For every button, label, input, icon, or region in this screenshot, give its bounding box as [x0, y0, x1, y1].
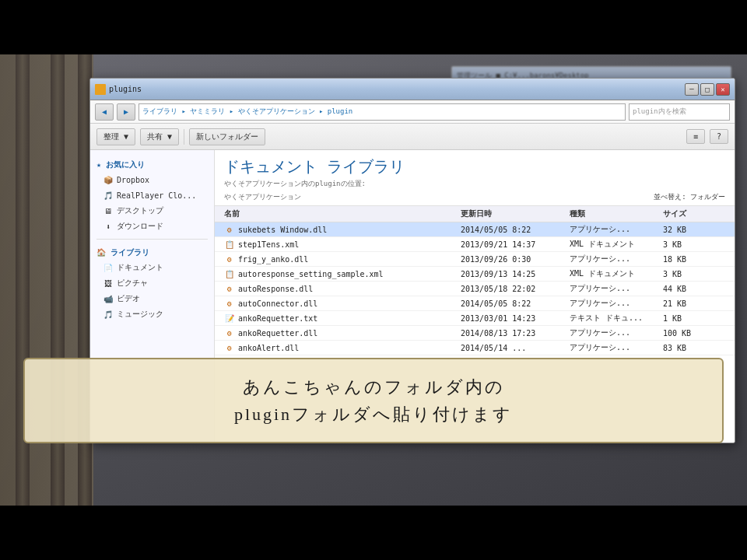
file-name-text: autoresponse_setting_sample.xml [238, 270, 384, 278]
sidebar-divider [96, 239, 208, 240]
close-button[interactable]: ✕ [716, 83, 730, 96]
file-name-text: autoConnector.dll [238, 299, 317, 308]
file-modified: 2014/05/05 8:22 [461, 299, 570, 308]
file-type-icon: ⚙ [224, 224, 235, 235]
sidebar-item-music[interactable]: 🎵 ミュージック [90, 306, 214, 322]
titlebar: plugins ─ □ ✕ [90, 79, 735, 100]
library-subtitle: やくそアプリケーション内のpluginの位置: [224, 179, 725, 189]
help-button[interactable]: ? [710, 129, 728, 144]
sidebar-item-pictures[interactable]: 🖼 ピクチャ [90, 275, 214, 291]
subtitle-overlay: あんこちゃんのフォルダ内の pluginフォルダへ貼り付けます [23, 358, 724, 443]
file-name-cell: ⚙ frig_y_anko.dll [224, 254, 461, 264]
sidebar-item-desktop[interactable]: 🖥 デスクトップ [90, 203, 214, 219]
minimize-button[interactable]: ─ [685, 83, 699, 96]
table-row[interactable]: ⚙ autoResponse.dll 2013/05/18 22:02 アプリケ… [215, 282, 735, 296]
file-size: 100 KB [663, 329, 725, 338]
file-size: 32 KB [663, 226, 725, 234]
file-type-icon: ⚙ [224, 254, 235, 264]
file-name-cell: 📋 step1Tens.xml [224, 239, 461, 250]
file-name-cell: ⚙ sukebets Window.dll [224, 224, 461, 235]
file-modified: 2013/03/01 14:23 [461, 314, 570, 323]
file-name-cell: ⚙ autoConnector.dll [224, 298, 461, 309]
search-field[interactable]: plugin内を検索 [629, 103, 730, 121]
col-modified[interactable]: 更新日時 [461, 208, 570, 219]
sidebar-item-documents-label: ドキュメント [117, 262, 163, 273]
realplayer-icon: 🎵 [103, 190, 114, 201]
sidebar-item-dropbox[interactable]: 📦 Dropbox [90, 172, 214, 187]
share-button[interactable]: 共有 ▼ [140, 128, 179, 145]
file-type: テキスト ドキュ... [570, 313, 663, 324]
table-row[interactable]: ⚙ frig_y_anko.dll 2013/09/26 0:30 アプリケーシ… [215, 252, 735, 267]
file-size: 1 KB [663, 314, 725, 323]
file-type-icon: 📋 [224, 268, 235, 279]
file-type-icon: ⚙ [224, 298, 235, 309]
toolbar: 整理 ▼ 共有 ▼ 新しいフォルダー ≡ ? [90, 124, 735, 150]
sidebar-item-desktop-label: デスクトップ [117, 205, 163, 216]
file-type: アプリケーシ... [570, 224, 663, 235]
subtitle-line1: あんこちゃんのフォルダ内の [243, 377, 505, 397]
view-button[interactable]: ≡ [686, 129, 705, 144]
file-modified: 2013/09/13 14:25 [461, 270, 570, 278]
file-type: XML ドキュメント [570, 268, 663, 279]
titlebar-buttons[interactable]: ─ □ ✕ [685, 83, 730, 96]
file-size: 21 KB [663, 299, 725, 308]
table-row[interactable]: 📝 ankoRequetter.txt 2013/03/01 14:23 テキス… [215, 311, 735, 326]
window-icon [95, 84, 106, 95]
back-button[interactable]: ◀ [95, 103, 114, 121]
address-bar: ◀ ▶ ライブラリ ▸ ヤミミラリ ▸ やくそアプリケーション ▸ plugin… [90, 100, 735, 124]
file-modified: 2013/09/21 14:37 [461, 240, 570, 249]
file-name-text: ankoRequetter.txt [238, 314, 317, 323]
table-row[interactable]: ⚙ ankoRequetter.dll 2014/08/13 17:23 アプリ… [215, 326, 735, 341]
file-type: アプリケーシ... [570, 283, 663, 294]
file-modified: 2013/05/18 22:02 [461, 285, 570, 293]
file-type-icon: ⚙ [224, 342, 235, 353]
table-row[interactable]: ⚙ autoConnector.dll 2014/05/05 8:22 アプリケ… [215, 296, 735, 311]
file-name-text: sukebets Window.dll [238, 226, 327, 234]
sidebar-item-realplayer-label: RealPlayer Clo... [117, 191, 196, 200]
music-icon: 🎵 [103, 309, 114, 320]
file-name-text: autoResponse.dll [238, 285, 313, 293]
file-name-cell: ⚙ ankoRequetter.dll [224, 327, 461, 338]
sidebar-item-dropbox-label: Dropbox [117, 176, 149, 184]
sidebar-item-pictures-label: ピクチャ [117, 278, 148, 289]
sidebar-item-realplayer[interactable]: 🎵 RealPlayer Clo... [90, 187, 214, 203]
subtitle-text: あんこちゃんのフォルダ内の pluginフォルダへ貼り付けます [44, 373, 703, 428]
sidebar-item-download[interactable]: ⬇ ダウンロード [90, 219, 214, 234]
download-icon: ⬇ [103, 221, 114, 232]
file-type-icon: ⚙ [224, 327, 235, 338]
file-name-cell: 📝 ankoRequetter.txt [224, 313, 461, 324]
file-size: 18 KB [663, 255, 725, 264]
table-row[interactable]: ⚙ ankoAlert.dll 2014/05/14 ... アプリケーシ...… [215, 341, 735, 355]
maximize-button[interactable]: □ [700, 83, 714, 96]
subtitle-line2: pluginフォルダへ貼り付けます [234, 404, 513, 424]
table-row[interactable]: ⚙ sukebets Window.dll 2014/05/05 8:22 アプ… [215, 222, 735, 237]
library-info: やくそアプリケーション [224, 192, 301, 202]
sidebar-item-video[interactable]: 📹 ビデオ [90, 291, 214, 306]
col-name[interactable]: 名前 [224, 208, 461, 219]
black-bar-bottom [0, 506, 747, 560]
desktop-icon: 🖥 [103, 205, 114, 216]
file-type: アプリケーシ... [570, 342, 663, 353]
sort-label: 並べ替え: フォルダー [654, 192, 725, 202]
sidebar-item-download-label: ダウンロード [117, 221, 163, 232]
file-type-icon: ⚙ [224, 283, 235, 294]
file-type-icon: 📋 [224, 239, 235, 250]
table-row[interactable]: 📋 autoresponse_setting_sample.xml 2013/0… [215, 267, 735, 282]
table-row[interactable]: 📋 step1Tens.xml 2013/09/21 14:37 XML ドキュ… [215, 237, 735, 252]
dropbox-icon: 📦 [103, 174, 114, 185]
window-title: plugins [109, 85, 142, 93]
organize-button[interactable]: 整理 ▼ [96, 128, 135, 145]
file-type-icon: 📝 [224, 313, 235, 324]
sidebar-item-documents[interactable]: 📄 ドキュメント [90, 260, 214, 275]
library-controls: やくそアプリケーション 並べ替え: フォルダー [224, 192, 725, 202]
file-name-cell: ⚙ ankoAlert.dll [224, 342, 461, 353]
col-size[interactable]: サイズ [663, 208, 725, 219]
file-modified: 2013/09/26 0:30 [461, 255, 570, 264]
favorites-section-title: ★ お気に入り [90, 156, 214, 172]
address-field[interactable]: ライブラリ ▸ ヤミミラリ ▸ やくそアプリケーション ▸ plugin [139, 103, 626, 121]
forward-button[interactable]: ▶ [117, 103, 135, 121]
col-type[interactable]: 種類 [570, 208, 663, 219]
file-size: 83 KB [663, 344, 725, 352]
library-header: ドキュメント ライブラリ やくそアプリケーション内のpluginの位置: やくそ… [215, 150, 735, 206]
new-folder-button[interactable]: 新しいフォルダー [189, 128, 265, 145]
